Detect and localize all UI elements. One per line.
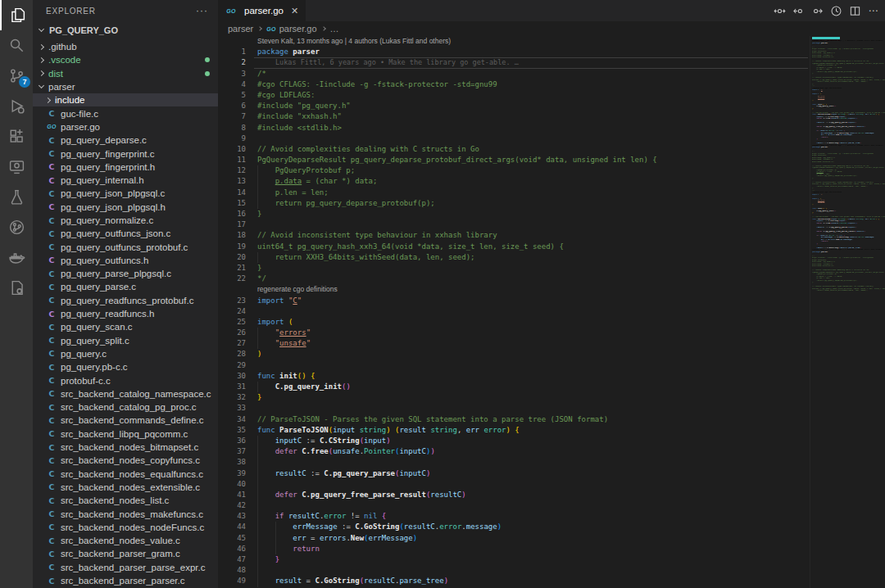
tree-file-protobuf-c.c[interactable]: Cprotobuf-c.c xyxy=(33,373,218,387)
tree-file-pg-query-outfuncs-protobuf.c[interactable]: Cpg_query_outfuncs_protobuf.c xyxy=(33,240,218,253)
code-line[interactable]: 15 return pg_query_deparse_protobuf(p); xyxy=(218,198,808,209)
code-line[interactable]: 25import ( xyxy=(218,317,808,328)
docker-icon[interactable] xyxy=(0,242,33,273)
code-line[interactable]: 24 xyxy=(218,306,808,317)
line-number[interactable]: 26 xyxy=(218,328,246,338)
line-number[interactable]: 43 xyxy=(218,511,246,522)
tree-file-pg-query-outfuncs.h[interactable]: Cpg_query_outfuncs.h xyxy=(33,254,218,267)
explorer-icon[interactable] xyxy=(0,0,33,30)
tree-file-src-backend-nodes-copyfuncs.c[interactable]: Csrc_backend_nodes_copyfuncs.c xyxy=(33,454,218,467)
code-line[interactable]: 4#cgo CFLAGS: -Iinclude -g -fstack-prote… xyxy=(218,79,808,90)
line-number[interactable]: 37 xyxy=(218,446,246,457)
line-number[interactable]: 44 xyxy=(218,522,246,532)
line-number[interactable]: 40 xyxy=(218,479,246,490)
tree-file-src-backend-catalog-pg-proc.c[interactable]: Csrc_backend_catalog_pg_proc.c xyxy=(33,400,218,414)
code-line[interactable]: 13 p.data = (char *) data; xyxy=(218,176,808,187)
tree-file-pg-query-readfuncs-protobuf.c[interactable]: Cpg_query_readfuncs_protobuf.c xyxy=(33,294,218,307)
line-number[interactable]: 21 xyxy=(218,263,246,274)
tree-folder-.github[interactable]: .github xyxy=(33,40,218,53)
testing-icon[interactable] xyxy=(0,182,33,212)
line-number[interactable]: 3 xyxy=(218,69,246,79)
previous-change-icon[interactable] xyxy=(792,4,805,17)
explorer-root-folder[interactable]: PG_QUERY_GO xyxy=(33,21,218,39)
code-line[interactable]: 6#include "pg_query.h" xyxy=(218,101,808,111)
more-actions-icon[interactable]: ⋯ xyxy=(867,4,880,17)
code-line[interactable]: 37 defer C.free(unsafe.Pointer(inputC)) xyxy=(218,446,808,457)
split-editor-icon[interactable] xyxy=(848,4,861,17)
line-number[interactable]: 28 xyxy=(218,349,246,360)
code-line[interactable]: 36 inputC := C.CString(input) xyxy=(218,436,808,446)
line-number[interactable]: 19 xyxy=(218,242,246,252)
breadcrumb-file[interactable]: parser.go xyxy=(279,24,317,34)
line-number[interactable]: 45 xyxy=(218,533,246,544)
code-lens[interactable]: Steven Kalt, 13 months ago | 4 authors (… xyxy=(218,36,808,47)
line-number[interactable]: 2 xyxy=(218,57,246,68)
line-number[interactable]: 16 xyxy=(218,209,246,219)
tree-folder-dist[interactable]: dist xyxy=(33,67,218,80)
tree-file-pg-query-fingerprint.h[interactable]: Cpg_query_fingerprint.h xyxy=(33,161,218,174)
line-number[interactable]: 11 xyxy=(218,155,246,165)
code-line[interactable]: 14 p.len = len; xyxy=(218,188,808,198)
line-number[interactable]: 46 xyxy=(218,544,246,554)
code-line[interactable]: 39 resultC := C.pg_query_parse(inputC) xyxy=(218,468,808,479)
line-number[interactable]: 5 xyxy=(218,90,246,101)
codegen-icon[interactable] xyxy=(0,273,33,303)
open-changes-icon[interactable] xyxy=(773,4,786,17)
tree-file-src-backend-parser-parser.c[interactable]: Csrc_backend_parser_parser.c xyxy=(33,574,218,587)
tree-file-pg-query-json-plpgsql.c[interactable]: Cpg_query_json_plpgsql.c xyxy=(33,187,218,200)
line-number[interactable]: 1 xyxy=(218,47,246,57)
code-line[interactable]: 48 xyxy=(218,565,808,576)
code-line[interactable]: 41 defer C.pg_query_free_parse_result(re… xyxy=(218,490,808,500)
code-line[interactable]: 42 xyxy=(218,500,808,511)
code-line[interactable]: 19uint64_t pg_query_hash_xxh3_64(void *d… xyxy=(218,242,808,252)
line-number[interactable]: 36 xyxy=(218,436,246,446)
code-line[interactable]: 40 xyxy=(218,479,808,490)
line-number[interactable]: 25 xyxy=(218,317,246,328)
line-number[interactable]: 34 xyxy=(218,414,246,425)
line-number[interactable]: 13 xyxy=(218,176,246,187)
tree-file-src-backend-nodes-list.c[interactable]: Csrc_backend_nodes_list.c xyxy=(33,494,218,507)
code-line[interactable]: 21} xyxy=(218,263,808,274)
code-line[interactable]: 33 xyxy=(218,403,808,414)
code-line[interactable]: 45 err = errors.New(errMessage) xyxy=(218,533,808,544)
tree-file-pg-query-json-plpgsql.h[interactable]: Cpg_query_json_plpgsql.h xyxy=(33,201,218,214)
code-line[interactable]: 44 errMessage := C.GoString(resultC.erro… xyxy=(218,522,808,532)
code-line[interactable]: 38 xyxy=(218,457,808,468)
code-line[interactable]: 28) xyxy=(218,349,808,360)
code-line[interactable]: 31 C.pg_query_init() xyxy=(218,382,808,392)
line-number[interactable]: 4 xyxy=(218,79,246,90)
gitlens-icon[interactable] xyxy=(0,212,33,242)
line-number[interactable]: 30 xyxy=(218,371,246,382)
run-debug-icon[interactable] xyxy=(0,91,33,121)
code-line[interactable]: 32} xyxy=(218,392,808,403)
tree-file-pg-query-fingerprint.c[interactable]: Cpg_query_fingerprint.c xyxy=(33,147,218,160)
line-number[interactable]: 9 xyxy=(218,133,246,144)
line-number[interactable]: 7 xyxy=(218,111,246,122)
code-line[interactable]: 23import "C" xyxy=(218,296,808,306)
tree-file-src-backend-parser-gram.c[interactable]: Csrc_backend_parser_gram.c xyxy=(33,547,218,560)
tree-file-pg-query-normalize.c[interactable]: Cpg_query_normalize.c xyxy=(33,214,218,227)
code-line[interactable]: 46 return xyxy=(218,544,808,554)
tree-file-src-backend-nodes-value.c[interactable]: Csrc_backend_nodes_value.c xyxy=(33,534,218,547)
line-number[interactable]: 8 xyxy=(218,123,246,133)
tree-file-pg-query-parse.c[interactable]: Cpg_query_parse.c xyxy=(33,280,218,293)
code-editor[interactable]: Steven Kalt, 13 months ago | 4 authors (… xyxy=(218,36,808,588)
tree-file-src-backend-nodes-bitmapset.c[interactable]: Csrc_backend_nodes_bitmapset.c xyxy=(33,441,218,454)
tab-parser-go[interactable]: GO parser.go ✕ xyxy=(218,0,306,21)
code-line[interactable]: 17 xyxy=(218,219,808,230)
close-tab-icon[interactable]: ✕ xyxy=(291,6,298,16)
code-line[interactable]: 8#include <stdlib.h> xyxy=(218,123,808,133)
code-line[interactable]: 9 xyxy=(218,133,808,144)
tree-folder-include[interactable]: include xyxy=(33,93,218,106)
remote-explorer-icon[interactable] xyxy=(0,152,33,182)
line-number[interactable]: 41 xyxy=(218,490,246,500)
code-line[interactable]: 43 if resultC.error != nil { xyxy=(218,511,808,522)
line-number[interactable]: 33 xyxy=(218,403,246,414)
line-number[interactable]: 23 xyxy=(218,296,246,306)
code-line[interactable]: 18// Avoid inconsistent type behaviour i… xyxy=(218,230,808,241)
code-lens[interactable]: regenerate cgo definitions xyxy=(218,284,808,295)
tree-file-pg-query-readfuncs.h[interactable]: Cpg_query_readfuncs.h xyxy=(33,307,218,320)
tree-file-pg-query-scan.c[interactable]: Cpg_query_scan.c xyxy=(33,320,218,333)
tree-file-pg-query.pb-c.c[interactable]: Cpg_query.pb-c.c xyxy=(33,360,218,373)
line-number[interactable]: 10 xyxy=(218,144,246,155)
